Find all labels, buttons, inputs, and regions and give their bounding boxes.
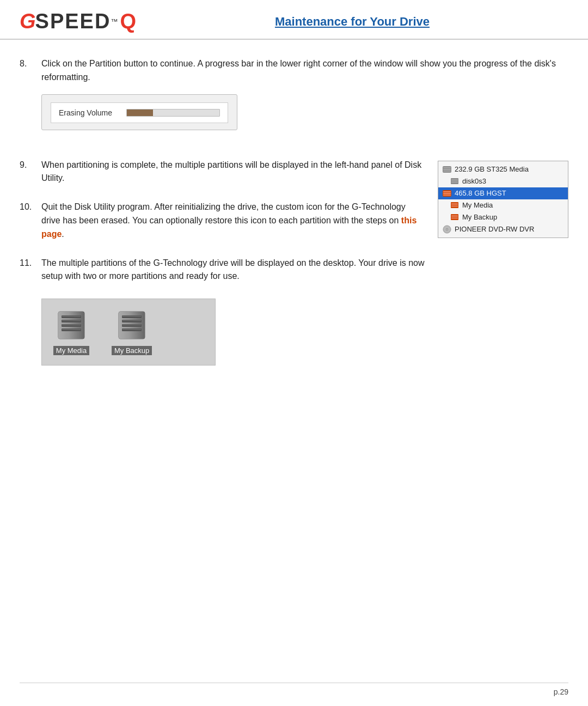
svg-rect-34	[451, 205, 458, 206]
this-page-link[interactable]: this page	[41, 216, 416, 239]
dvd-icon	[443, 225, 451, 234]
svg-rect-22	[443, 169, 451, 170]
erasing-label: Erasing Volume	[59, 108, 119, 117]
du-row-465: 465.8 GB HGST	[438, 187, 568, 199]
step-9-text: When partitioning is complete, the multi…	[41, 159, 425, 186]
step-8-number: 8.	[20, 57, 41, 84]
svg-rect-6	[62, 316, 81, 317]
du-row-my-backup: My Backup	[438, 211, 568, 223]
volume-icon-2	[450, 201, 459, 210]
page-title: Maintenance for Your Drive	[275, 15, 430, 28]
disk-utility-panel: 232.9 GB ST325 Media disk0s3 465.8 GB HG…	[438, 161, 568, 366]
svg-rect-25	[451, 179, 458, 180]
svg-rect-27	[451, 182, 458, 183]
volume-icon-3	[450, 213, 459, 222]
svg-rect-2	[62, 315, 81, 318]
tower-icon-backup	[113, 309, 150, 342]
svg-rect-31	[443, 194, 451, 196]
svg-rect-3	[62, 320, 81, 322]
desktop-icon-my-media: My Media	[53, 309, 90, 355]
tower-icon-media	[53, 309, 90, 342]
desktop-screenshot: My Media	[41, 299, 216, 366]
svg-rect-16	[122, 316, 141, 317]
svg-rect-21	[443, 167, 451, 168]
desktop-label-my-media: My Media	[53, 346, 89, 355]
svg-rect-23	[443, 171, 451, 172]
svg-rect-12	[122, 315, 142, 318]
svg-rect-14	[122, 324, 142, 327]
svg-point-42	[446, 229, 448, 230]
svg-rect-19	[122, 329, 141, 330]
svg-rect-9	[62, 329, 81, 330]
du-row-232: 232.9 GB ST325 Media	[438, 163, 568, 175]
erasing-inner: Erasing Volume	[51, 102, 228, 123]
step-10-text: Quit the Disk Utility program. After rei…	[41, 200, 425, 241]
steps-left: 9. When partitioning is complete, the mu…	[20, 159, 425, 366]
header-title-area: Maintenance for Your Drive	[136, 15, 568, 29]
erasing-volume-screenshot: Erasing Volume	[41, 94, 237, 130]
step-8: 8. Click on the Partition button to cont…	[20, 57, 568, 143]
progress-bar-outer	[126, 109, 220, 117]
du-label-my-backup: My Backup	[462, 213, 497, 221]
du-row-pioneer: PIONEER DVD-RW DVR	[438, 223, 568, 235]
page-footer: p.29	[20, 683, 568, 696]
du-label-my-media: My Media	[462, 201, 493, 209]
logo-g: G	[20, 10, 35, 33]
svg-rect-29	[443, 191, 451, 192]
step-11-number: 11.	[20, 257, 41, 284]
hdd-icon-1	[443, 165, 451, 174]
step-9-number: 9.	[20, 159, 41, 186]
desktop-label-my-backup: My Backup	[112, 346, 152, 355]
svg-rect-18	[122, 325, 141, 325]
step-10-number: 10.	[20, 200, 41, 241]
step-10: 10. Quit the Disk Utility program. After…	[20, 200, 425, 241]
volume-icon-1	[450, 177, 459, 186]
step-11: 11. The multiple partitions of the G-Tec…	[20, 257, 425, 284]
svg-rect-26	[451, 181, 458, 182]
svg-rect-38	[451, 217, 458, 218]
svg-rect-30	[443, 193, 451, 194]
svg-rect-39	[451, 218, 458, 219]
logo: G SPEED ™ Q	[20, 10, 136, 33]
svg-rect-7	[62, 320, 81, 321]
step-11-text: The multiple partitions of the G-Technol…	[41, 257, 425, 284]
step-8-text: Click on the Partition button to continu…	[41, 57, 568, 84]
hdd-icon-2	[443, 189, 451, 198]
logo-q: Q	[120, 10, 136, 33]
svg-rect-17	[122, 320, 141, 321]
svg-rect-35	[451, 206, 458, 207]
progress-bar-fill	[127, 109, 153, 116]
page-header: G SPEED ™ Q Maintenance for Your Drive	[0, 0, 588, 40]
svg-rect-15	[122, 328, 142, 331]
du-label-232: 232.9 GB ST325 Media	[455, 165, 529, 173]
du-row-my-media: My Media	[438, 199, 568, 211]
svg-rect-37	[451, 215, 458, 216]
du-label-pioneer: PIONEER DVD-RW DVR	[455, 225, 534, 233]
main-content: 8. Click on the Partition button to cont…	[0, 40, 588, 398]
page-number: p.29	[554, 687, 568, 696]
svg-rect-8	[62, 325, 81, 325]
du-label-disk0s3: disk0s3	[462, 177, 486, 185]
svg-rect-4	[62, 324, 81, 327]
svg-rect-13	[122, 320, 142, 322]
desktop-icon-my-backup: My Backup	[112, 309, 152, 355]
du-row-disk0s3: disk0s3	[438, 175, 568, 187]
logo-tm: ™	[111, 17, 118, 26]
disk-utility-list: 232.9 GB ST325 Media disk0s3 465.8 GB HG…	[438, 161, 568, 238]
step-9: 9. When partitioning is complete, the mu…	[20, 159, 425, 186]
steps-with-image: 9. When partitioning is complete, the mu…	[20, 159, 568, 366]
du-label-465: 465.8 GB HGST	[455, 189, 506, 197]
svg-rect-33	[451, 203, 458, 204]
logo-speed: SPEED	[35, 10, 111, 33]
svg-rect-5	[62, 328, 81, 331]
